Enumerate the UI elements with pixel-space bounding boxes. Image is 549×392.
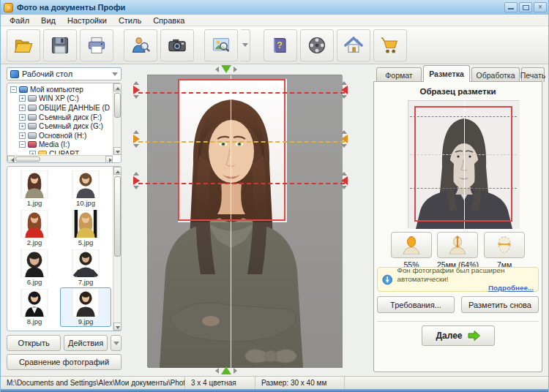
slideshow-button[interactable] xyxy=(300,29,334,61)
thumbnail-label: 10.jpg xyxy=(76,199,95,207)
thumbnail-item[interactable]: 1.jpg xyxy=(9,169,60,208)
menu-view[interactable]: Вид xyxy=(35,16,61,25)
expander-icon[interactable]: + xyxy=(19,105,26,111)
scroll-down-icon[interactable] xyxy=(113,147,122,155)
thumbnail-item[interactable]: 2.jpg xyxy=(9,208,60,248)
tree-vertical-scrollbar[interactable] xyxy=(113,83,121,155)
menu-help[interactable]: Справка xyxy=(147,16,190,25)
center-handle-bottom[interactable] xyxy=(215,366,237,374)
expander-icon[interactable]: + xyxy=(19,132,26,139)
menu-settings[interactable]: Настройки xyxy=(61,16,113,25)
menu-style[interactable]: Стиль xyxy=(113,16,147,25)
tree-item-win-xp[interactable]: +WIN XP (C:) xyxy=(8,94,112,104)
tree-item-my-computer[interactable]: −Мой компьютер xyxy=(8,85,112,94)
tree-item-removable-f[interactable]: +Съемный диск (F:) xyxy=(8,113,112,122)
scroll-down-icon[interactable] xyxy=(113,323,122,331)
scroll-right-icon[interactable] xyxy=(105,156,113,163)
print-button[interactable] xyxy=(80,29,113,61)
scrollbar-thumb[interactable] xyxy=(114,176,121,257)
expander-icon[interactable]: + xyxy=(19,114,26,121)
dim-overlay xyxy=(287,79,343,222)
close-button[interactable]: × xyxy=(534,2,547,12)
tab-format[interactable]: Формат xyxy=(376,67,422,82)
compare-photos-button[interactable]: Сравнение фотографий xyxy=(7,354,122,370)
scrollbar-thumb[interactable] xyxy=(114,93,121,118)
chin-handle-right[interactable] xyxy=(339,172,349,189)
crown-guide-line[interactable] xyxy=(138,92,345,94)
scrollbar-thumb[interactable] xyxy=(15,157,40,162)
actions-dropdown[interactable] xyxy=(111,335,122,351)
sample-title: Образец разметки xyxy=(373,87,542,96)
open-button[interactable] xyxy=(7,29,40,61)
crop-rectangle[interactable] xyxy=(178,79,285,221)
expander-icon[interactable]: − xyxy=(19,141,26,148)
tree-item-media[interactable]: −Media (I:) xyxy=(8,140,112,150)
photo-thumbnail-image xyxy=(72,249,100,277)
status-format: 3 x 4 цветная xyxy=(185,377,255,389)
maximize-button[interactable] xyxy=(519,2,532,12)
thumbnail-item[interactable]: 8.jpg xyxy=(9,287,60,327)
actions-button[interactable]: Действия xyxy=(64,335,108,351)
expander-icon[interactable]: + xyxy=(29,151,36,154)
save-icon xyxy=(50,35,70,56)
help-book-icon: ? xyxy=(270,35,291,56)
tree-item-removable-g[interactable]: +Съемный диск (G:) xyxy=(8,121,112,131)
scroll-left-icon[interactable] xyxy=(7,156,15,163)
requirements-button[interactable]: Требования... xyxy=(377,296,455,313)
expander-icon[interactable]: + xyxy=(19,95,26,102)
home-button[interactable] xyxy=(337,29,370,61)
eyes-guide-line[interactable] xyxy=(138,141,345,143)
tree-item-main-h[interactable]: +Основной (H:) xyxy=(8,131,112,140)
thumbnail-item[interactable]: 7.jpg xyxy=(60,248,111,287)
photo-thumbnail-image xyxy=(72,210,100,238)
camera-button[interactable] xyxy=(160,29,194,61)
tab-print[interactable]: Печать xyxy=(521,67,545,82)
help-button[interactable]: ? xyxy=(264,29,297,61)
chin-handle-left[interactable] xyxy=(131,172,141,189)
remark-button[interactable]: Разметить снова xyxy=(461,296,539,313)
expander-icon[interactable]: − xyxy=(10,86,17,93)
location-combobox[interactable]: Рабочий стол xyxy=(7,67,122,80)
eyes-handle-right[interactable] xyxy=(339,130,349,148)
thumbnail-item[interactable]: 9.jpg xyxy=(60,287,111,327)
view-mode-button[interactable] xyxy=(204,29,238,61)
crown-to-chin-icon xyxy=(447,235,468,255)
title-bar[interactable]: Фото на документы Профи × xyxy=(1,0,549,15)
view-mode-dropdown[interactable] xyxy=(241,29,250,61)
tree-item-clipart[interactable]: +CLIPART xyxy=(8,149,112,154)
chin-guide-line[interactable] xyxy=(138,183,345,184)
head-width-button[interactable] xyxy=(484,232,525,258)
face-proportion-button[interactable] xyxy=(391,232,432,258)
tree-item-common-data[interactable]: +ОБЩИЕ ДАННЫЕ (D xyxy=(8,103,112,113)
save-button[interactable] xyxy=(43,29,77,61)
minimize-button[interactable] xyxy=(504,2,518,12)
menu-file[interactable]: Файл xyxy=(4,16,35,25)
photo-search-button[interactable] xyxy=(124,29,157,61)
center-handle-top[interactable] xyxy=(215,65,237,73)
thumbnail-item[interactable]: 5.jpg xyxy=(60,208,111,248)
crown-handle-right[interactable] xyxy=(339,81,349,99)
photo-thumbnail-image xyxy=(20,170,48,198)
photo-list-scrollbar[interactable] xyxy=(113,167,121,331)
expander-icon[interactable]: + xyxy=(19,123,26,129)
buy-button[interactable] xyxy=(373,29,407,61)
open-photo-button[interactable]: Открыть xyxy=(7,335,61,351)
scroll-up-icon[interactable] xyxy=(113,167,122,175)
next-button[interactable]: Далее xyxy=(422,325,495,346)
photo-canvas[interactable] xyxy=(147,75,342,367)
info-icon xyxy=(382,274,392,286)
thumbnail-label: 8.jpg xyxy=(27,317,42,325)
green-arrow-right-icon xyxy=(467,330,481,342)
app-icon xyxy=(4,3,13,12)
desktop-icon xyxy=(10,70,19,78)
eyes-handle-left[interactable] xyxy=(131,130,141,148)
details-link[interactable]: Подробнее... xyxy=(397,284,534,293)
scroll-up-icon[interactable] xyxy=(113,83,122,91)
tree-horizontal-scrollbar[interactable] xyxy=(7,155,113,162)
thumbnail-item[interactable]: 10.jpg xyxy=(60,169,111,208)
crown-to-chin-button[interactable] xyxy=(437,232,478,258)
tab-markup[interactable]: Разметка xyxy=(423,65,470,82)
tab-processing[interactable]: Обработка xyxy=(471,67,520,82)
crown-handle-left[interactable] xyxy=(131,81,141,99)
thumbnail-item[interactable]: 6.jpg xyxy=(9,248,60,287)
